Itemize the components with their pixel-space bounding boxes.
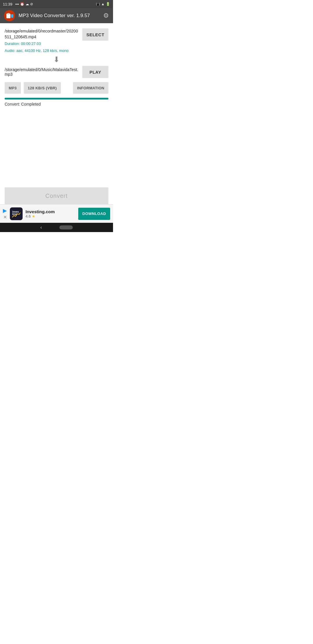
ad-rating-value: 4.6 [26,214,31,218]
ad-star-icon: ★ [32,214,35,218]
select-button[interactable]: SELECT [82,28,108,41]
source-audio: Audio: aac, 44100 Hz, 128 kb/s, mono [5,48,79,54]
nav-bar: ‹ [0,223,113,232]
signal-icon: ▪▪▪ [15,2,19,6]
format-row: MP3 128 KB/S (VBR) INFORMATION [5,82,108,94]
status-bar: 11:39 ▪▪▪ ⏰ ☁ ⊘ 📳 ▲ 🔋 [0,0,113,8]
app-logo [4,10,15,21]
ad-app-icon: inves ting [10,207,23,220]
app-title: MP3 Video Converter ver. 1.9.57 [19,13,100,19]
source-file-path: /storage/emulated/0/recordmaster/2020051… [5,28,79,40]
time-display: 11:39 [3,2,12,6]
play-button[interactable]: PLAY [82,66,108,78]
status-bar-left: 11:39 ▪▪▪ ⏰ ☁ ⊘ [3,2,33,6]
ad-app-name: Investing.com [26,209,75,214]
vibrate-icon: 📳 [96,2,100,6]
ad-close-icon[interactable]: ✕ [3,214,7,220]
source-file-row: /storage/emulated/0/recordmaster/2020051… [5,28,108,53]
ad-left-controls: ▶ ✕ [3,207,7,220]
svg-rect-3 [11,14,13,18]
progress-bar-fill [5,98,108,100]
settings-icon[interactable]: ⚙ [103,12,109,19]
ad-rating: 4.6 ★ [26,214,75,218]
convert-btn-area: Convert [0,187,113,204]
source-file-info: /storage/emulated/0/recordmaster/2020051… [5,28,79,53]
source-duration: Duration: 00:00:27.03 [5,41,79,47]
alarm-icon: ⏰ [20,2,24,6]
noads-icon: ⊘ [30,2,33,6]
nav-back-icon[interactable]: ‹ [40,225,42,230]
cloud-icon: ☁ [26,2,29,6]
format-button[interactable]: MP3 [5,82,21,94]
ad-banner: ▶ ✕ inves ting Investing.com 4.6 ★ DOWNL… [0,204,113,223]
ad-download-button[interactable]: DOWNLOAD [78,208,110,220]
nav-home-indicator[interactable] [59,225,73,229]
convert-status: Convert: Completed [5,102,108,106]
svg-rect-2 [7,13,10,15]
output-file-row: /storage/emulated/0/Music/MalavidaTest.m… [5,66,108,78]
bitrate-button[interactable]: 128 KB/S (VBR) [24,82,61,94]
ad-play-icon[interactable]: ▶ [3,207,7,214]
status-bar-right: 📳 ▲ 🔋 [96,2,110,6]
convert-button[interactable]: Convert [5,187,108,204]
wifi-icon: ▲ [101,2,105,6]
ad-info: Investing.com 4.6 ★ [26,209,75,218]
battery-icon: 🔋 [106,2,110,6]
progress-bar-container [5,98,108,100]
arrow-down-icon: ⬇ [5,55,108,64]
main-content: /storage/emulated/0/recordmaster/2020051… [0,23,113,106]
app-bar: MP3 Video Converter ver. 1.9.57 ⚙ [0,8,113,23]
information-button[interactable]: INFORMATION [73,82,108,94]
output-file-path: /storage/emulated/0/Music/MalavidaTest.m… [5,67,79,77]
